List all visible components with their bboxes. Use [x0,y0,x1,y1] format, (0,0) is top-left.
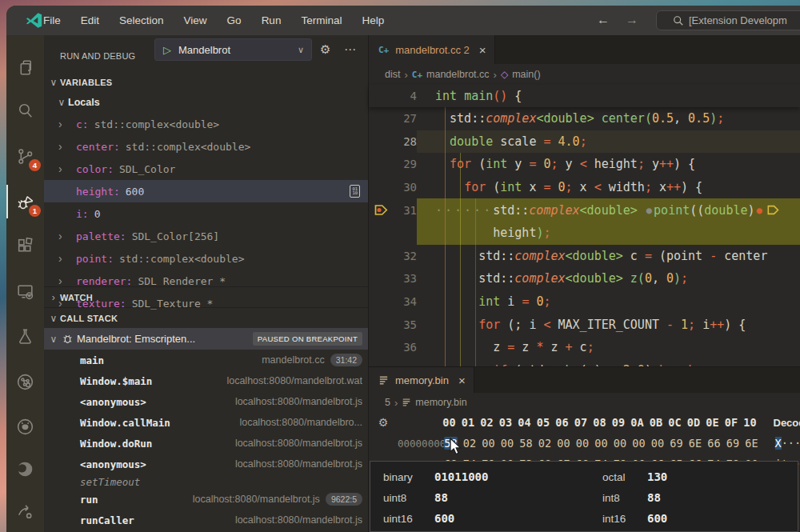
code-line[interactable]: 31······std::complex<double> ●point((dou… [369,198,800,222]
breadcrumb-folder[interactable]: dist [385,69,400,80]
hex-byte[interactable]: 69 [726,437,740,450]
menu-view[interactable]: View [184,14,207,26]
variables-section-header[interactable]: ∨ VARIABLES [44,73,368,92]
decoded-char-selected[interactable]: X [775,437,782,450]
variable-row[interactable]: ›color: SDL_Color [44,158,368,180]
code-text: z = z * z + c; [417,336,800,359]
locals-scope-row[interactable]: ∨ Locals [55,92,100,113]
menu-file[interactable]: File [43,14,61,26]
source-control-icon[interactable]: 4 [6,139,44,173]
code-line[interactable]: 30 for (int x = 0; x < width; x++) { [369,176,800,199]
hex-byte[interactable]: 02 [463,437,477,450]
nav-back-icon[interactable]: ← [594,11,613,29]
hex-row[interactable]: 00000000580200005802000000000000696E6669… [369,433,800,454]
explorer-icon[interactable] [6,50,44,84]
hex-byte[interactable]: 00 [632,437,646,450]
menu-terminal[interactable]: Terminal [301,14,342,26]
remote-explorer-icon[interactable] [6,274,44,308]
code-line[interactable]: 32 std::complex<double> c = (point - cen… [369,245,800,268]
hex-byte[interactable]: 6E [689,437,702,450]
start-debug-icon[interactable]: ▷ [163,44,171,56]
nav-forward-icon[interactable]: → [622,11,642,29]
variable-row[interactable]: height: 60001 10 [44,180,368,202]
menu-selection[interactable]: Selection [119,14,164,26]
stack-frame-row[interactable]: mainmandelbrot.cc31:42 [44,350,368,370]
code-line[interactable]: 28 double scale = 4.0; [369,130,800,154]
breadcrumb-symbol[interactable]: main() [512,69,540,80]
breadcrumb-group[interactable]: 5 [385,397,390,408]
menu-help[interactable]: Help [362,14,384,26]
extensions-icon[interactable] [6,229,44,262]
close-icon[interactable]: × [458,374,466,387]
view-binary-icon[interactable]: 01 10 [350,185,360,198]
stack-frame-row[interactable]: setTimeout [44,474,368,489]
code-text: for (; i < MAX_ITER_COUNT - 1; i++) { [417,313,800,336]
code-line[interactable]: height); [369,222,800,245]
code-line[interactable]: 36 z = z * z + c; [369,336,800,359]
code-line[interactable]: 34 int i = 0; [369,290,800,314]
testing-flask-icon[interactable] [6,319,44,353]
stack-frame-row[interactable]: Window.$mainlocalhost:8080/mandelbrot.wa… [44,370,368,391]
breadcrumb-file[interactable]: mandelbrot.cc [426,69,490,80]
hex-byte[interactable]: 58 [519,437,533,450]
code-text: height); [417,222,800,245]
hierarchy-inspect-icon[interactable] [6,365,44,398]
stack-frame-row[interactable]: runCallerlocalhost:8080/mandelbrot.js [44,510,368,530]
code-line[interactable]: 35 for (; i < MAX_ITER_COUNT - 1; i++) { [369,313,800,336]
variable-row[interactable]: ›c: std::complex<double> [44,113,368,135]
code-line[interactable]: 29 for (int y = 0; y < height; y++) { [369,153,800,176]
breadcrumb-file[interactable]: memory.bin [415,397,466,408]
code-line[interactable]: 27 std::complex<double> center(0.5, 0.5)… [369,107,800,130]
tab-mandelbrot-cc[interactable]: C+ mandelbrot.cc 2 × [369,35,495,64]
variable-value: SDL_Color[256] [132,230,220,242]
variable-row[interactable]: ›point: std::complex<double> [44,247,368,270]
hex-byte[interactable]: 00 [594,437,608,450]
watch-section-header[interactable]: › WATCH [44,286,368,308]
hex-byte[interactable]: 6E [745,437,758,450]
search-view-icon[interactable] [6,94,44,127]
gear-icon[interactable]: ⚙ [320,42,330,57]
breakpoint-current-icon[interactable] [369,198,393,222]
hex-settings-gear-icon[interactable]: ⚙ [369,416,398,429]
hex-byte[interactable]: 00 [557,437,570,450]
more-actions-icon[interactable]: ⋯ [344,42,356,57]
variable-row[interactable]: ›center: std::complex<double> [44,135,368,158]
stack-frame-row[interactable]: Window.doRunlocalhost:8080/mandelbrot.js [44,433,368,454]
debug-session-row[interactable]: ∨ Mandelbrot: Emscripten... PAUSED ON BR… [44,328,368,350]
stack-frame-row[interactable]: runlocalhost:8080/mandelbrot.js9622:5 [44,489,368,510]
sticky-code-line[interactable]: 4int main() { [369,85,522,108]
hex-byte[interactable]: 66 [707,437,721,450]
variable-row[interactable]: ›palette: SDL_Color[256] [44,225,368,247]
hex-breadcrumb[interactable]: 5 › memory.bin [369,393,800,412]
edge-tools-icon[interactable] [6,452,44,486]
binary-file-icon [378,375,389,386]
menu-edit[interactable]: Edit [81,14,99,26]
hex-byte[interactable]: 00 [501,437,514,450]
menu-go[interactable]: Go [227,14,242,26]
code-line[interactable]: 37 if (std::abs(z) > 2.0) break; [369,359,800,366]
hex-byte[interactable]: 69 [670,437,683,450]
hex-byte[interactable]: 00 [576,437,590,450]
stack-frame-row[interactable]: <anonymous>localhost:8080/mandelbrot.js [44,454,368,474]
callstack-section-header[interactable]: ∨ CALL STACK [44,307,368,329]
launch-config-dropdown[interactable]: ▷ Mandelbrot ∨ [154,38,312,61]
hex-byte[interactable]: 00 [482,437,495,450]
sticky-scroll-line[interactable]: 4int main() { [369,85,800,107]
hex-byte[interactable]: 00 [651,437,665,450]
variable-row[interactable]: i: 0 [44,202,368,225]
hex-byte[interactable]: 02 [538,437,552,450]
code-line[interactable]: 33 std::complex<double> z(0, 0); [369,267,800,290]
close-icon[interactable]: × [479,43,486,57]
code-area[interactable]: 27 std::complex<double> center(0.5, 0.5)… [369,107,800,366]
stack-frame-row[interactable]: <anonymous>localhost:8080/mandelbrot.js [44,391,368,412]
tab-label: memory.bin [395,374,449,386]
run-and-debug-icon[interactable]: 1 [6,185,44,218]
hex-byte[interactable]: 00 [614,437,627,450]
breadcrumb[interactable]: dist › C+ mandelbrot.cc › ◇ main() [369,64,800,85]
stack-frame-row[interactable]: Window.callMainlocalhost:8080/mandelbro.… [44,412,368,433]
command-center-search[interactable]: [Extension Developm [656,10,800,30]
tab-memory-bin[interactable]: memory.bin × [369,367,474,393]
live-share-icon[interactable] [6,494,44,528]
menu-run[interactable]: Run [262,14,282,26]
github-icon[interactable] [6,410,44,443]
